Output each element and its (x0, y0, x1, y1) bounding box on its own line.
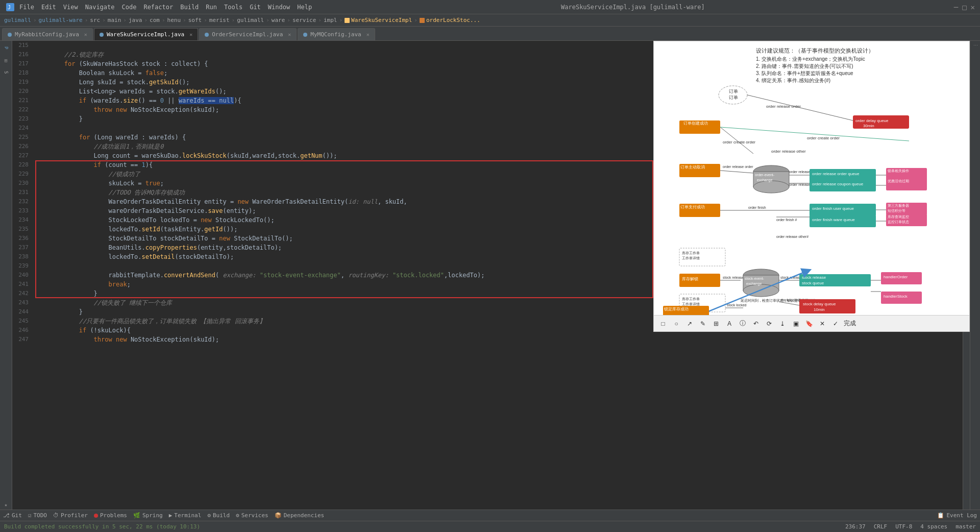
svg-text:order release coupon queue: order release coupon queue (812, 182, 864, 186)
diag-btn-bookmark[interactable]: 🔖 (804, 319, 814, 329)
code-editor[interactable]: 215 216 //2.锁定库存 217 for (SkuWareHasStoc… (12, 41, 970, 510)
terminal-label: Terminal (174, 512, 201, 519)
svg-text:stock release: stock release (723, 276, 744, 279)
svg-text:order release other#: order release other# (776, 235, 808, 238)
svg-text:order finish ware queue: order finish ware queue (812, 217, 855, 222)
services-label: Services (241, 512, 268, 519)
breadcrumb-class[interactable]: WareSkuServiceImpl (351, 17, 412, 23)
svg-text:2. 路由键：事件.需要知道的业务(可以不写): 2. 路由键：事件.需要知道的业务(可以不写) (756, 63, 853, 69)
svg-text:设计建议规范：（基于事件模型的交换机设计）: 设计建议规范：（基于事件模型的交换机设计） (756, 47, 874, 54)
main-area: P ⊞ S ★ 215 216 //2.锁定库存 217 for (SkuWar… (0, 41, 980, 510)
breadcrumb-java: java (129, 17, 142, 23)
tab-mymqconfig[interactable]: MyMQConfig.java ✕ (298, 28, 375, 40)
toolbar-services[interactable]: ⚙ Services (236, 512, 268, 519)
toolbar-git[interactable]: ⎇ Git (3, 512, 22, 519)
svg-text:监控订单状态: 监控订单状态 (888, 220, 909, 224)
diag-btn-text[interactable]: A (724, 319, 734, 329)
breadcrumb-gulimall-ware[interactable]: gulimall-ware (39, 17, 83, 23)
menu-code[interactable]: Code (122, 4, 137, 11)
diag-btn-rect[interactable]: □ (658, 319, 668, 329)
sidebar-icon-bookmark[interactable]: ⊞ (1, 55, 11, 65)
diag-btn-complete[interactable]: 完成 (844, 319, 856, 328)
toolbar-build[interactable]: ⚙ Build (207, 512, 230, 519)
sidebar-icon-favorites[interactable]: ★ (1, 499, 11, 510)
breadcrumb-method[interactable]: orderLockStoc... (426, 17, 480, 23)
svg-text:stock locked: stock locked (780, 298, 800, 302)
diag-btn-check[interactable]: ✓ (830, 319, 841, 329)
breadcrumb-ware: ware (272, 17, 285, 23)
tab-wareskuserviceimpl[interactable]: WareSkuServiceImpl.java ✕ (94, 28, 198, 40)
todo-label: TODO (34, 512, 47, 519)
menu-build[interactable]: Build (180, 4, 199, 11)
dependencies-icon: 📦 (275, 512, 282, 519)
minimize-button[interactable]: ─ (954, 3, 958, 11)
tab-close2[interactable]: ✕ (288, 32, 291, 37)
right-panel-label: ⋮ (972, 41, 979, 50)
toolbar-event-log[interactable]: 📋 Event Log (937, 512, 977, 519)
diag-btn-grid[interactable]: ▣ (791, 319, 801, 329)
menu-file[interactable]: File (19, 4, 34, 11)
breadcrumb-gulimall[interactable]: gulimall (4, 17, 31, 23)
svg-text:stock delay queue: stock delay queue (803, 302, 836, 306)
todo-icon: ☑ (28, 512, 32, 519)
sidebar-icon-project[interactable]: P (1, 43, 11, 53)
tab-close3[interactable]: ✕ (366, 32, 370, 37)
toolbar-todo[interactable]: ☑ TODO (28, 512, 47, 519)
diag-btn-close[interactable]: ✕ (817, 319, 827, 329)
menu-refactor[interactable]: Refactor (143, 4, 173, 11)
toolbar-spring[interactable]: 🌿 Spring (133, 512, 163, 519)
toolbar-terminal[interactable]: ▶ Terminal (169, 512, 202, 519)
svg-text:10min: 10min (814, 307, 825, 312)
svg-text:handlerStock: handlerStock (884, 294, 908, 299)
diag-btn-image[interactable]: ⊞ (711, 319, 721, 329)
svg-line-100 (779, 302, 799, 305)
bottom-toolbar: ⎇ Git ☑ TODO ⏱ Profiler Problems 🌿 Sprin… (0, 510, 980, 521)
tab-myrabbitconfig[interactable]: MyRabbitConfig.java ✕ (2, 28, 93, 40)
diagram-overlay: 设计建议规范：（基于事件模型的交换机设计） 1. 交换机命名：业务+exchan… (653, 41, 970, 332)
spring-label: Spring (142, 512, 163, 519)
menu-edit[interactable]: Edit (41, 4, 56, 11)
diag-btn-redo[interactable]: ⟳ (764, 319, 774, 329)
diag-btn-info[interactable]: ⓘ (738, 319, 748, 329)
menu-window[interactable]: Window (268, 4, 290, 11)
maximize-button[interactable]: □ (962, 3, 966, 11)
svg-text:订单: 订单 (729, 89, 738, 94)
menu-view[interactable]: View (63, 4, 78, 11)
svg-text:1. 交换机命名：业务+exchange；交换机为Topic: 1. 交换机命名：业务+exchange；交换机为Topic (756, 56, 865, 62)
menu-run[interactable]: Run (206, 4, 217, 11)
diag-btn-pencil[interactable]: ✎ (698, 319, 708, 329)
line-ending: CRLF (874, 523, 888, 530)
svg-text:order delay queue: order delay queue (855, 118, 889, 123)
close-button[interactable]: ✕ (971, 3, 975, 11)
diag-btn-undo[interactable]: ↶ (751, 319, 761, 329)
tab-label-active: WareSkuServiceImpl.java (107, 31, 184, 38)
svg-text:stock locked: stock locked (727, 303, 747, 307)
svg-text:30min: 30min (863, 124, 874, 128)
status-right: 236:37 CRLF UTF-8 4 spaces master (845, 523, 976, 530)
tab-close[interactable]: ✕ (84, 32, 87, 37)
svg-text:order release order: order release order (766, 104, 801, 109)
sidebar-icon-structure[interactable]: S (1, 67, 11, 78)
toolbar-problems[interactable]: Problems (94, 512, 127, 519)
menu-help[interactable]: Help (297, 4, 312, 11)
status-bar: Build completed successfully in 5 sec, 2… (0, 521, 980, 532)
toolbar-dependencies[interactable]: 📦 Dependencies (275, 512, 324, 519)
git-icon: ⎇ (3, 512, 10, 519)
diag-btn-download[interactable]: ⤓ (777, 319, 788, 329)
menu-navigate[interactable]: Navigate (85, 4, 115, 11)
breadcrumb-src: src (90, 17, 100, 23)
menu-tools[interactable]: Tools (224, 4, 242, 11)
breadcrumb-main: main (108, 17, 121, 23)
menu-bar: File Edit View Navigate Code Refactor Bu… (19, 4, 312, 11)
svg-text:3. 队列命名：事件+想要监听服务名+queue: 3. 队列命名：事件+想要监听服务名+queue (756, 70, 853, 76)
tab-close-active[interactable]: ✕ (189, 32, 192, 37)
svg-text:工作单详情: 工作单详情 (682, 302, 700, 306)
breadcrumb-gulimall2: gulimall (237, 17, 264, 23)
diag-btn-arrow[interactable]: ↗ (684, 319, 695, 329)
diag-btn-circle[interactable]: ○ (671, 319, 681, 329)
svg-text:订单创建成功: 订单创建成功 (683, 121, 708, 126)
toolbar-profiler[interactable]: ⏱ Profiler (53, 512, 88, 519)
services-icon: ⚙ (236, 512, 239, 519)
tab-orderserviceimpl[interactable]: OrderServiceImpl.java ✕ (199, 28, 297, 40)
menu-git[interactable]: Git (250, 4, 261, 11)
